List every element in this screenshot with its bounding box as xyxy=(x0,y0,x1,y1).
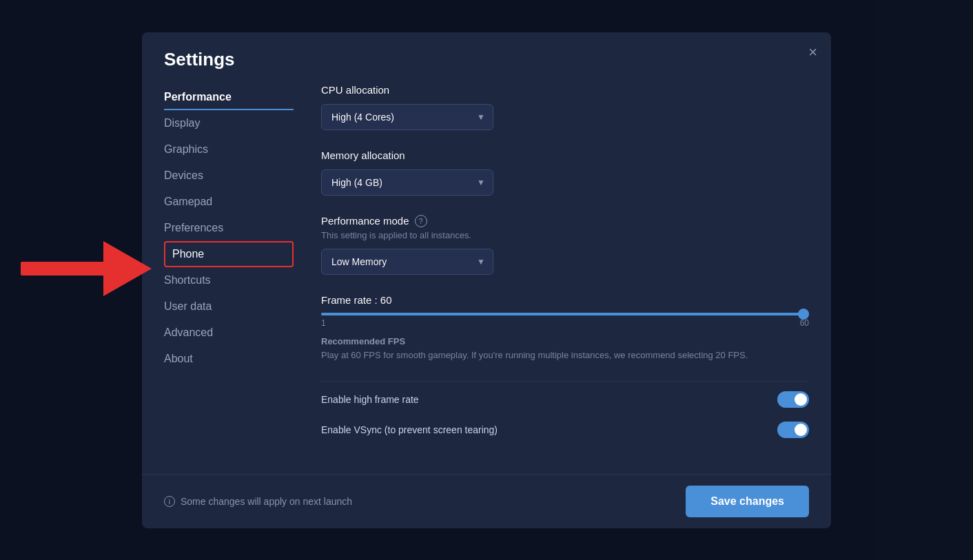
performance-mode-section: Performance mode ? This setting is appli… xyxy=(321,215,809,275)
performance-mode-wrapper: Low Memory High Performance Balanced ▼ xyxy=(321,249,493,275)
toggle-vsync-label: Enable VSync (to prevent screen tearing) xyxy=(321,424,498,435)
sidebar-item-display[interactable]: Display xyxy=(164,110,294,136)
memory-allocation-wrapper: Low (1 GB) Medium (2 GB) High (4 GB) Ver… xyxy=(321,169,493,196)
modal-overlay: × Settings Performance Display Graphics … xyxy=(0,0,973,560)
cpu-allocation-section: CPU allocation Low (1 Core) Medium (2 Co… xyxy=(321,84,809,130)
frame-rate-hint-text: Play at 60 FPS for smooth gameplay. If y… xyxy=(321,349,809,362)
frame-rate-slider-track xyxy=(321,313,809,315)
frame-rate-range-labels: 1 60 xyxy=(321,318,809,328)
performance-mode-label: Performance mode xyxy=(321,215,409,227)
frame-rate-slider-container xyxy=(321,313,809,315)
toggle-high-frame-rate-row: Enable high frame rate xyxy=(321,384,809,415)
toggle-high-frame-rate-label: Enable high frame rate xyxy=(321,394,419,405)
frame-rate-max-label: 60 xyxy=(800,318,809,328)
performance-mode-select[interactable]: Low Memory High Performance Balanced xyxy=(321,249,493,275)
frame-rate-label: Frame rate : 60 xyxy=(321,294,809,306)
toggle-vsync-row: Enable VSync (to prevent screen tearing) xyxy=(321,415,809,445)
modal-footer: i Some changes will apply on next launch… xyxy=(142,474,831,528)
settings-sidebar: Performance Display Graphics Devices Gam… xyxy=(142,84,294,474)
memory-allocation-section: Memory allocation Low (1 GB) Medium (2 G… xyxy=(321,149,809,196)
frame-rate-slider-fill xyxy=(321,313,809,315)
sidebar-item-graphics[interactable]: Graphics xyxy=(164,136,294,163)
sidebar-item-phone[interactable]: Phone xyxy=(164,241,294,267)
performance-mode-label-row: Performance mode ? xyxy=(321,215,809,227)
sidebar-item-devices[interactable]: Devices xyxy=(164,163,294,189)
modal-body: Performance Display Graphics Devices Gam… xyxy=(142,70,831,474)
close-button[interactable]: × xyxy=(808,45,817,60)
footer-note-text: Some changes will apply on next launch xyxy=(181,496,352,507)
sidebar-item-gamepad[interactable]: Gamepad xyxy=(164,189,294,215)
sidebar-item-advanced[interactable]: Advanced xyxy=(164,320,294,346)
cpu-allocation-label: CPU allocation xyxy=(321,84,809,96)
sidebar-item-about[interactable]: About xyxy=(164,346,294,372)
settings-modal: × Settings Performance Display Graphics … xyxy=(142,32,831,528)
modal-title: Settings xyxy=(142,32,831,70)
save-changes-button[interactable]: Save changes xyxy=(686,486,809,517)
frame-rate-slider-thumb[interactable] xyxy=(798,309,809,320)
sidebar-item-performance[interactable]: Performance xyxy=(164,84,294,110)
divider-1 xyxy=(321,381,809,382)
toggle-high-frame-rate-knob xyxy=(795,393,807,406)
frame-rate-min-label: 1 xyxy=(321,318,326,328)
toggle-vsync-knob xyxy=(795,424,807,436)
sidebar-item-user-data[interactable]: User data xyxy=(164,293,294,320)
footer-info-icon: i xyxy=(164,496,175,507)
performance-mode-help-icon[interactable]: ? xyxy=(415,215,427,227)
cpu-allocation-wrapper: Low (1 Core) Medium (2 Cores) High (4 Co… xyxy=(321,104,493,130)
frame-rate-hint-title: Recommended FPS xyxy=(321,336,809,346)
footer-note: i Some changes will apply on next launch xyxy=(164,496,352,507)
frame-rate-section: Frame rate : 60 1 60 Recommended FPS Pla… xyxy=(321,294,809,362)
memory-allocation-label: Memory allocation xyxy=(321,149,809,161)
toggle-vsync[interactable] xyxy=(777,422,809,438)
toggle-high-frame-rate[interactable] xyxy=(777,391,809,408)
cpu-allocation-select[interactable]: Low (1 Core) Medium (2 Cores) High (4 Co… xyxy=(321,104,493,130)
performance-mode-sub: This setting is applied to all instances… xyxy=(321,230,809,240)
settings-content: CPU allocation Low (1 Core) Medium (2 Co… xyxy=(294,84,831,474)
memory-allocation-select[interactable]: Low (1 GB) Medium (2 GB) High (4 GB) Ver… xyxy=(321,169,493,196)
sidebar-item-shortcuts[interactable]: Shortcuts xyxy=(164,267,294,293)
sidebar-item-preferences[interactable]: Preferences xyxy=(164,215,294,241)
